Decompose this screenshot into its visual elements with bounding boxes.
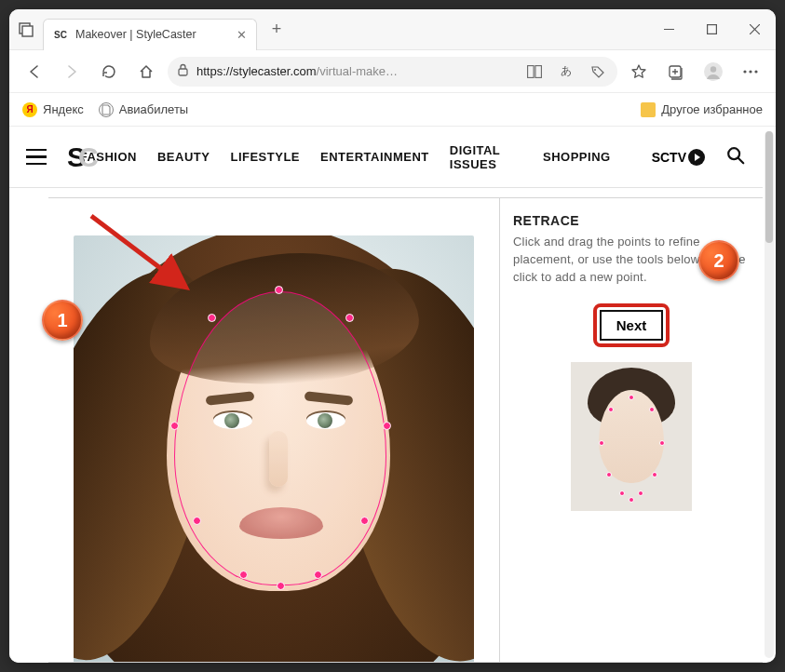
annotation-callout-1: 1 — [42, 300, 83, 341]
trace-point[interactable] — [208, 314, 216, 322]
yandex-icon: Я — [22, 102, 37, 117]
next-button-highlight: Next — [593, 303, 670, 347]
more-icon — [742, 63, 759, 80]
bookmarks-bar: ЯЯндекс Авиабилеты Другое избранное — [9, 93, 776, 127]
star-icon — [630, 63, 647, 80]
reload-icon — [101, 63, 117, 80]
nav-shopping[interactable]: SHOPPING — [543, 150, 611, 164]
close-icon — [750, 24, 760, 34]
vertical-scrollbar[interactable] — [765, 131, 774, 658]
trace-point[interactable] — [314, 571, 322, 579]
reader-mode-button[interactable] — [522, 60, 547, 84]
svg-rect-7 — [528, 65, 535, 77]
viewport: SC FASHION BEAUTY LIFESTYLE ENTERTAINMEN… — [9, 127, 776, 663]
favorite-button[interactable] — [623, 56, 655, 87]
nav-forward-button[interactable] — [56, 56, 88, 87]
user-avatar-icon — [703, 61, 724, 82]
reload-button[interactable] — [93, 56, 125, 87]
bookmark-avia[interactable]: Авиабилеты — [99, 102, 188, 117]
nav-sctv[interactable]: SCTV — [652, 149, 705, 166]
trace-point[interactable] — [360, 517, 369, 525]
site-header: SC FASHION BEAUTY LIFESTYLE ENTERTAINMEN… — [9, 127, 763, 188]
site-logo[interactable]: SC — [67, 141, 97, 173]
bookmark-other-folder[interactable]: Другое избранное — [641, 102, 763, 117]
trace-point[interactable] — [383, 422, 391, 430]
svg-rect-8 — [535, 65, 542, 77]
price-tag-icon — [590, 65, 605, 78]
shopping-button[interactable] — [586, 60, 610, 84]
url-text: https://stylecaster.com/virtual-make… — [196, 64, 515, 78]
browser-tab[interactable]: SC Makeover | StyleCaster ✕ — [43, 19, 257, 50]
trace-point[interactable] — [275, 286, 283, 294]
bookmark-label: Другое избранное — [661, 102, 763, 116]
folder-icon — [641, 102, 656, 117]
browser-toolbar: https://stylecaster.com/virtual-make… あ — [9, 50, 776, 93]
svg-point-15 — [754, 70, 757, 73]
tabs-icon — [19, 22, 34, 37]
site-menu-button[interactable] — [26, 149, 47, 166]
nav-lifestyle[interactable]: LIFESTYLE — [230, 150, 300, 164]
minimize-icon — [664, 24, 674, 34]
reader-icon — [527, 65, 542, 78]
sctv-label: SCTV — [652, 150, 686, 165]
svg-rect-1 — [22, 26, 33, 36]
arrow-left-icon — [26, 63, 43, 80]
arrow-right-icon — [63, 63, 80, 80]
profile-button[interactable] — [697, 56, 729, 87]
app-menu-button[interactable] — [735, 56, 766, 87]
annotation-arrow — [86, 210, 197, 300]
tab-overview-button[interactable] — [9, 22, 43, 37]
lock-icon — [177, 63, 189, 79]
trace-point[interactable] — [170, 422, 179, 430]
window-minimize-button[interactable] — [647, 9, 690, 50]
trace-point[interactable] — [277, 582, 285, 590]
tab-close-icon[interactable]: ✕ — [237, 28, 247, 42]
svg-point-9 — [594, 69, 596, 71]
home-button[interactable] — [130, 56, 162, 87]
search-icon — [725, 145, 746, 166]
annotation-callout-2: 2 — [698, 240, 739, 281]
maximize-icon — [707, 24, 717, 34]
nav-back-button[interactable] — [19, 56, 50, 87]
nav-beauty[interactable]: BEAUTY — [157, 150, 210, 164]
new-tab-button[interactable]: + — [263, 20, 291, 39]
svg-point-12 — [711, 66, 716, 72]
collections-icon — [668, 63, 684, 80]
bookmark-yandex[interactable]: ЯЯндекс — [22, 102, 84, 117]
svg-rect-3 — [707, 25, 716, 34]
nav-digital-issues[interactable]: DIGITAL ISSUES — [450, 143, 522, 171]
tab-title: Makeover | StyleCaster — [75, 28, 196, 41]
svg-line-18 — [91, 216, 183, 285]
play-icon — [688, 149, 705, 166]
page-icon — [99, 102, 114, 117]
bookmark-label: Авиабилеты — [119, 102, 188, 116]
svg-line-17 — [738, 157, 744, 163]
site-search-button[interactable] — [725, 145, 746, 169]
window-maximize-button[interactable] — [690, 9, 733, 50]
next-button[interactable]: Next — [600, 310, 664, 341]
tab-favicon: SC — [53, 27, 68, 42]
trace-point[interactable] — [239, 571, 248, 579]
bookmark-label: Яндекс — [43, 102, 84, 116]
svg-rect-6 — [179, 69, 187, 75]
example-face-thumbnail — [571, 362, 692, 511]
svg-point-13 — [743, 70, 746, 73]
nav-entertainment[interactable]: ENTERTAINMENT — [320, 150, 429, 164]
home-icon — [138, 63, 155, 80]
svg-point-14 — [749, 70, 751, 73]
scrollbar-thumb[interactable] — [765, 131, 773, 243]
trace-point[interactable] — [345, 314, 354, 322]
collections-button[interactable] — [660, 56, 692, 87]
address-bar[interactable]: https://stylecaster.com/virtual-make… あ — [168, 57, 617, 87]
trace-point[interactable] — [193, 517, 201, 525]
window-close-button[interactable] — [733, 9, 776, 50]
translate-button[interactable]: あ — [554, 60, 578, 84]
window-titlebar: SC Makeover | StyleCaster ✕ + — [9, 9, 776, 50]
page-body: SC FASHION BEAUTY LIFESTYLE ENTERTAINMEN… — [9, 127, 763, 663]
panel-title: RETRACE — [513, 213, 750, 228]
